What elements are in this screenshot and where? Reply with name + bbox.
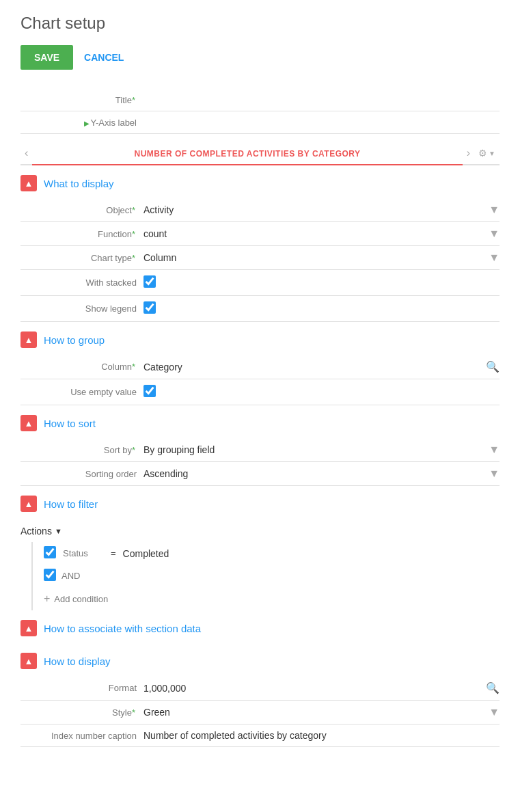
sorting-order-dropdown-icon[interactable]: ▼ xyxy=(489,468,500,480)
title-label: Title* xyxy=(20,95,143,105)
function-value: count xyxy=(143,228,489,239)
filter-op-label: = xyxy=(111,548,116,558)
filter-row-checkbox-container xyxy=(44,546,56,560)
and-checkbox[interactable] xyxy=(44,569,56,581)
what-to-display-section: ▲ What to display xyxy=(20,165,500,198)
how-to-filter-title: How to filter xyxy=(44,498,98,510)
use-empty-checkbox[interactable] xyxy=(143,385,156,397)
sort-by-row: Sort by* By grouping field ▼ xyxy=(20,438,500,462)
show-legend-checkbox[interactable] xyxy=(143,301,156,314)
actions-dropdown-icon: ▼ xyxy=(55,527,62,535)
how-to-sort-toggle[interactable]: ▲ xyxy=(20,415,37,431)
use-empty-row: Use empty value xyxy=(20,379,500,405)
title-value[interactable]: Completed activities by category xyxy=(143,94,500,105)
title-required: * xyxy=(132,95,135,105)
yaxis-label: ▶Y-Axis label xyxy=(20,118,143,128)
object-dropdown-icon[interactable]: ▼ xyxy=(489,204,500,216)
how-to-group-title: How to group xyxy=(44,334,105,346)
filter-block: Status = Completed AND + Add condition xyxy=(31,542,500,610)
tab-next-icon[interactable]: › xyxy=(463,147,474,159)
function-dropdown-icon[interactable]: ▼ xyxy=(489,228,500,240)
filter-row-checkbox[interactable] xyxy=(44,546,56,558)
filter-value-label: Completed xyxy=(123,548,500,559)
title-row: Title* Completed activities by category xyxy=(20,89,500,111)
column-label: Column* xyxy=(20,362,143,372)
style-value: Green xyxy=(143,707,489,718)
how-to-filter-toggle[interactable]: ▲ xyxy=(20,496,37,512)
and-checkbox-container xyxy=(44,569,56,583)
actions-label: Actions xyxy=(20,526,52,537)
how-to-associate-toggle[interactable]: ▲ xyxy=(20,620,37,636)
what-to-display-toggle[interactable]: ▲ xyxy=(20,175,37,191)
sort-by-value: By grouping field xyxy=(143,444,489,455)
how-to-sort-title: How to sort xyxy=(44,418,96,429)
how-to-associate-title: How to associate with section data xyxy=(44,623,201,634)
object-row: Object* Activity ▼ xyxy=(20,198,500,222)
object-value: Activity xyxy=(143,204,489,215)
toolbar: SAVE CANCEL xyxy=(20,45,500,70)
add-condition-label: Add condition xyxy=(54,594,108,604)
index-caption-value: Number of completed activities by catego… xyxy=(143,730,500,741)
sorting-order-row: Sorting order Ascending ▼ xyxy=(20,462,500,486)
how-to-sort-section: ▲ How to sort xyxy=(20,405,500,438)
how-to-filter-section: ▲ How to filter xyxy=(20,486,500,519)
how-to-display2-title: How to display xyxy=(44,655,111,667)
how-to-associate-section: ▲ How to associate with section data xyxy=(20,610,500,643)
tab-gear-button[interactable]: ⚙ ▼ xyxy=(474,148,500,159)
function-row: Function* count ▼ xyxy=(20,222,500,246)
and-label: AND xyxy=(61,571,80,581)
save-button[interactable]: SAVE xyxy=(20,45,73,70)
chart-type-row: Chart type* Column ▼ xyxy=(20,246,500,270)
add-condition-row[interactable]: + Add condition xyxy=(44,587,500,610)
index-caption-label: Index number caption xyxy=(20,731,143,741)
sorting-order-label: Sorting order xyxy=(20,469,143,479)
chart-type-label: Chart type* xyxy=(20,253,143,263)
with-stacked-label: With stacked xyxy=(20,278,143,288)
chart-type-value: Column xyxy=(143,252,489,263)
yaxis-value[interactable]: Number xyxy=(143,117,500,128)
use-empty-checkbox-container xyxy=(143,385,500,399)
actions-button[interactable]: Actions ▼ xyxy=(20,526,62,537)
with-stacked-row: With stacked xyxy=(20,270,500,296)
object-label: Object* xyxy=(20,205,143,215)
yaxis-input[interactable]: Number xyxy=(143,117,500,128)
tab-prev-icon[interactable]: ‹ xyxy=(20,147,32,159)
chart-type-dropdown-icon[interactable]: ▼ xyxy=(489,252,500,264)
style-dropdown-icon[interactable]: ▼ xyxy=(489,706,500,718)
sorting-order-value: Ascending xyxy=(143,468,489,479)
style-row: Style* Green ▼ xyxy=(20,701,500,725)
with-stacked-checkbox-container xyxy=(143,275,500,290)
yaxis-row: ▶Y-Axis label Number xyxy=(20,111,500,134)
how-to-group-toggle[interactable]: ▲ xyxy=(20,331,37,348)
tab-bar: ‹ NUMBER OF COMPLETED ACTIVITIES BY CATE… xyxy=(20,142,500,165)
format-label: Format xyxy=(20,683,143,693)
cancel-button[interactable]: CANCEL xyxy=(84,52,124,63)
tab-label[interactable]: NUMBER OF COMPLETED ACTIVITIES BY CATEGO… xyxy=(32,142,462,165)
show-legend-label: Show legend xyxy=(20,303,143,314)
style-label: Style* xyxy=(20,707,143,718)
how-to-display2-section: ▲ How to display xyxy=(20,643,500,676)
page-title: Chart setup xyxy=(20,14,500,33)
how-to-display2-toggle[interactable]: ▲ xyxy=(20,653,37,669)
gear-arrow-icon: ▼ xyxy=(489,150,495,157)
actions-row: Actions ▼ xyxy=(20,519,500,542)
with-stacked-checkbox[interactable] xyxy=(143,275,156,288)
function-label: Function* xyxy=(20,229,143,239)
gear-icon: ⚙ xyxy=(478,148,487,159)
filter-row-status: Status = Completed xyxy=(44,542,500,565)
how-to-group-section: ▲ How to group xyxy=(20,322,500,355)
sort-by-dropdown-icon[interactable]: ▼ xyxy=(489,444,500,456)
column-search-icon[interactable]: 🔍 xyxy=(486,360,500,373)
column-value: Category xyxy=(143,362,486,373)
add-condition-plus-icon: + xyxy=(44,593,50,605)
use-empty-label: Use empty value xyxy=(20,387,143,397)
sort-by-label: Sort by* xyxy=(20,445,143,455)
format-value: 1,000,000 xyxy=(143,683,486,694)
format-search-icon[interactable]: 🔍 xyxy=(486,681,500,694)
title-input[interactable]: Completed activities by category xyxy=(143,94,500,105)
show-legend-row: Show legend xyxy=(20,296,500,322)
format-row: Format 1,000,000 🔍 xyxy=(20,676,500,701)
filter-field-label: Status xyxy=(63,548,104,558)
column-row: Column* Category 🔍 xyxy=(20,355,500,379)
show-legend-checkbox-container xyxy=(143,301,500,316)
